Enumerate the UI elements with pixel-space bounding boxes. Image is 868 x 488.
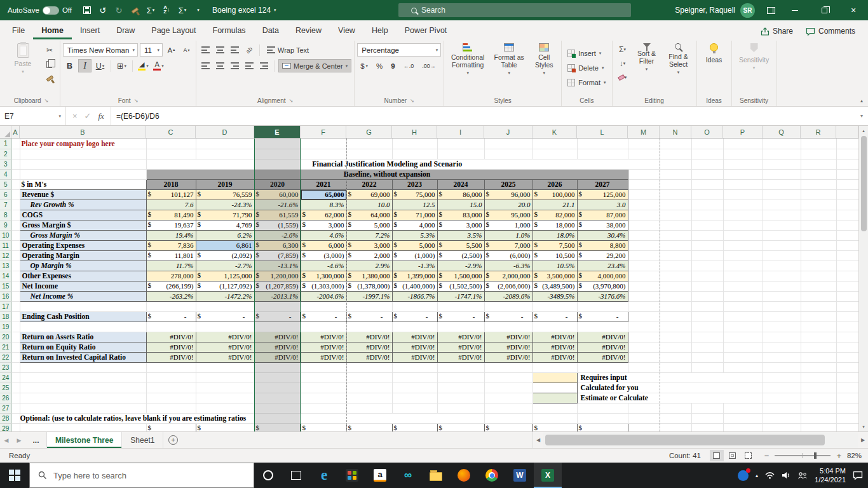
cell-I21[interactable]: #DIV/0! xyxy=(437,342,484,352)
share-button[interactable]: Share xyxy=(761,27,793,36)
cell-J15[interactable]: $(2,006,000) xyxy=(484,281,532,291)
cell-M27[interactable] xyxy=(628,403,660,413)
wrap-text-button[interactable]: Wrap Text xyxy=(264,43,312,57)
cell-F17[interactable] xyxy=(301,301,346,311)
cell-A20[interactable] xyxy=(11,332,20,342)
cell-Q21[interactable] xyxy=(763,342,801,352)
cell-E15[interactable]: $(1,207,859) xyxy=(254,281,301,291)
cell-P28[interactable] xyxy=(723,413,763,423)
row-header-18[interactable]: 18 xyxy=(0,311,11,322)
cell-E29[interactable]: $ xyxy=(254,423,301,431)
cell-E1[interactable] xyxy=(254,139,301,149)
sheet-tab-overflow[interactable]: ... xyxy=(25,432,47,448)
comma-style-button[interactable]: 9 xyxy=(388,59,398,72)
cell-J27[interactable] xyxy=(484,403,532,413)
cell-N3[interactable] xyxy=(660,159,691,169)
cell-M17[interactable] xyxy=(628,301,660,311)
cell-F7[interactable]: 8.3% xyxy=(301,200,346,210)
ideas-button[interactable]: Ideas xyxy=(700,41,729,95)
cell-I22[interactable]: #DIV/0! xyxy=(437,352,484,362)
cell-J25[interactable] xyxy=(484,383,532,393)
ribbon-tab-draw[interactable]: Draw xyxy=(108,22,143,39)
cell-Q15[interactable] xyxy=(763,281,801,291)
cell-N9[interactable] xyxy=(660,220,691,230)
cell-G14[interactable]: $1,380,000 xyxy=(346,271,392,281)
ribbon-tab-formulas[interactable]: Formulas xyxy=(205,22,254,39)
cell-K21[interactable]: #DIV/0! xyxy=(532,342,577,352)
cell-O18[interactable] xyxy=(691,311,723,322)
scroll-right-arrow[interactable]: ▶ xyxy=(858,432,868,448)
cell-G9[interactable]: $5,000 xyxy=(346,220,392,230)
ribbon-tab-page-layout[interactable]: Page Layout xyxy=(143,22,204,39)
cell-H25[interactable] xyxy=(392,383,437,393)
column-header-L[interactable]: L xyxy=(577,126,628,138)
decrease-indent-button[interactable] xyxy=(243,60,255,72)
cell-Q7[interactable] xyxy=(763,200,801,210)
align-center-button[interactable] xyxy=(214,60,226,72)
cut-button[interactable]: ✂ xyxy=(42,44,57,57)
cell-I9[interactable]: $3,000 xyxy=(437,220,484,230)
cell-R24[interactable] xyxy=(801,372,836,383)
cell-G13[interactable]: 2.9% xyxy=(346,261,392,271)
cell-N8[interactable] xyxy=(660,210,691,220)
cell-N18[interactable] xyxy=(660,311,691,322)
cell-M19[interactable] xyxy=(628,322,660,332)
cell-D29[interactable]: $ xyxy=(196,423,254,431)
cell-Q29[interactable] xyxy=(763,423,801,431)
normal-view-button[interactable] xyxy=(710,450,724,461)
insert-function-button[interactable]: fx xyxy=(98,111,104,121)
cell-H11[interactable]: $5,000 xyxy=(392,240,437,250)
cell-L16[interactable]: -3176.6% xyxy=(577,291,628,301)
cell-X18[interactable] xyxy=(836,311,858,322)
merge-center-button[interactable]: Merge & Center▾ xyxy=(278,59,351,72)
cell-M16[interactable] xyxy=(628,291,660,301)
cell-N10[interactable] xyxy=(660,230,691,240)
cell-D25[interactable] xyxy=(196,383,254,393)
cell-Q20[interactable] xyxy=(763,332,801,342)
cell-B15[interactable]: Net Income xyxy=(20,281,146,291)
cell-L1[interactable] xyxy=(577,139,628,149)
cell-C15[interactable]: $(266,199) xyxy=(146,281,196,291)
row-header-2[interactable]: 2 xyxy=(0,149,11,159)
cell-J12[interactable]: $(6,000) xyxy=(484,250,532,261)
cell-O15[interactable] xyxy=(691,281,723,291)
cell-X9[interactable] xyxy=(836,220,858,230)
cell-I26[interactable] xyxy=(437,393,484,403)
new-sheet-button[interactable]: + xyxy=(163,432,182,448)
cell-Q4[interactable] xyxy=(763,169,801,179)
cell-J28[interactable] xyxy=(484,413,532,423)
cell-I8[interactable]: $83,000 xyxy=(437,210,484,220)
column-header-E[interactable]: E xyxy=(254,126,301,138)
cell-C25[interactable] xyxy=(146,383,196,393)
cell-J21[interactable]: #DIV/0! xyxy=(484,342,532,352)
sum-qat-button[interactable]: Σ▾ xyxy=(175,3,190,18)
cell-G6[interactable]: $69,000 xyxy=(346,189,392,200)
cell-F6[interactable]: 65,000 xyxy=(301,189,346,200)
cell-A5[interactable] xyxy=(11,179,20,189)
cell-C11[interactable]: $7,836 xyxy=(146,240,196,250)
word-button[interactable]: W xyxy=(506,463,534,488)
cell-I19[interactable] xyxy=(437,322,484,332)
cell-X5[interactable] xyxy=(836,179,858,189)
paste-button[interactable]: Paste ▾ xyxy=(5,41,41,95)
taskbar-app-orange[interactable] xyxy=(450,463,478,488)
cell-F2[interactable] xyxy=(301,149,346,159)
cell-M29[interactable] xyxy=(628,423,660,431)
column-header-F[interactable]: F xyxy=(301,126,346,138)
undo-button[interactable]: ↺ xyxy=(95,3,111,18)
cell-X26[interactable] xyxy=(836,393,858,403)
cell-L21[interactable]: #DIV/0! xyxy=(577,342,628,352)
cell-L20[interactable]: #DIV/0! xyxy=(577,332,628,342)
column-header-A[interactable]: A xyxy=(11,126,20,138)
cell-X25[interactable] xyxy=(836,383,858,393)
cell-N4[interactable] xyxy=(660,169,691,179)
cell-B22[interactable]: Return on Invested Capital Ratio xyxy=(20,352,146,362)
cell-B8[interactable]: COGS xyxy=(20,210,146,220)
cell-K6[interactable]: $100,000 xyxy=(532,189,577,200)
column-header-B[interactable]: B xyxy=(20,126,146,138)
cell-K17[interactable] xyxy=(532,301,577,311)
cell-styles-button[interactable]: Cell Styles ▾ xyxy=(529,41,559,95)
cell-R25[interactable] xyxy=(801,383,836,393)
cell-L14[interactable]: $4,000,000 xyxy=(577,271,628,281)
cell-A3[interactable] xyxy=(11,159,20,169)
